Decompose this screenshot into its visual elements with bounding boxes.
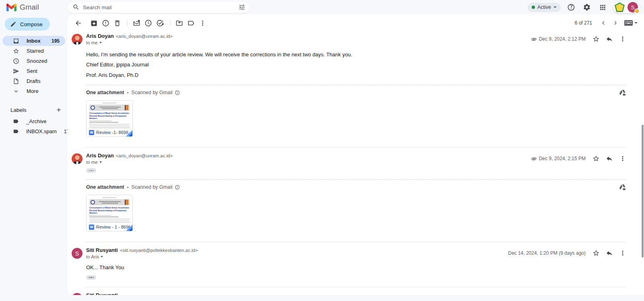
attachment-filename: Review -1- 8696 - ... [96, 130, 130, 135]
sidebar-item-sent[interactable]: Sent [2, 66, 65, 76]
sidebar-item-drafts[interactable]: Drafts [2, 76, 65, 86]
organization-logo[interactable] [615, 2, 625, 12]
attachment-card[interactable]: Consumption of Black Honey Accelerates P… [86, 195, 133, 231]
recipient-dropdown[interactable]: to Aris [86, 254, 506, 259]
recipient-label: to me [86, 160, 98, 165]
star-button[interactable] [591, 153, 601, 164]
google-apps-button[interactable] [597, 2, 608, 12]
sidebar-item-more[interactable]: More [2, 86, 65, 96]
snooze-button[interactable] [143, 18, 154, 29]
compose-button[interactable]: Compose [5, 18, 50, 31]
gmail-brand[interactable]: Gmail [0, 3, 68, 12]
sender-avatar[interactable]: S [72, 293, 83, 295]
sidebar-item-inbox[interactable]: Inbox 195 [2, 36, 65, 46]
attachment-filename: Review - 1 - 8696... [96, 225, 130, 229]
message-header[interactable]: Aris Doyan <aris_doyan@unram.ac.id> to m… [68, 28, 644, 45]
message-header[interactable]: Aris Doyan <aris_doyan@unram.ac.id> to m… [68, 148, 644, 165]
more-button[interactable] [617, 248, 628, 258]
report-spam-button[interactable] [100, 18, 111, 29]
email-message-2: Aris Doyan <aris_doyan@unram.ac.id> to m… [68, 148, 644, 231]
chevron-down-icon [634, 22, 638, 24]
sender-avatar[interactable]: S [72, 248, 83, 259]
reply-button[interactable] [604, 293, 615, 295]
sidebar-label-inbox-spam[interactable]: INBOX.spam 17 [2, 126, 65, 136]
scrollbar-thumb[interactable] [642, 125, 644, 258]
show-trimmed-content-button[interactable] [86, 275, 96, 280]
reply-button[interactable] [604, 153, 615, 164]
sender-avatar[interactable] [72, 34, 83, 45]
journal-logo [91, 200, 95, 204]
add-all-to-drive-button[interactable] [619, 89, 626, 96]
attachment-card[interactable]: Consumption of Black Honey Accelerates P… [86, 100, 133, 137]
mark-unread-button[interactable] [131, 18, 142, 29]
sender-avatar[interactable] [72, 153, 83, 164]
reply-button[interactable] [604, 248, 615, 258]
bullet-separator: • [127, 185, 128, 190]
settings-button[interactable] [582, 2, 592, 12]
reply-button[interactable] [604, 34, 615, 44]
add-all-to-drive-button[interactable] [619, 183, 626, 191]
sidebar-label-archive[interactable]: _Archive [2, 116, 65, 126]
recipient-dropdown[interactable]: to me [86, 40, 531, 45]
message-date: Dec 14, 2024, 1:20 PM (9 days ago) [508, 250, 586, 256]
sidebar-item-label: More [27, 88, 39, 94]
back-button[interactable] [73, 18, 84, 29]
message-header[interactable]: S Siti Rusyanti to Aris 11:25 PM (0 minu… [68, 287, 644, 295]
input-tools-selector[interactable] [624, 20, 638, 26]
star-button[interactable] [591, 248, 601, 258]
add-to-tasks-button[interactable] [155, 18, 165, 29]
attachment-section: One attachment • Scanned by Gmail Consum… [86, 85, 626, 137]
message-date: Dec 9, 2024, 2:15 PM [539, 156, 586, 161]
help-button[interactable] [566, 2, 576, 12]
star-button[interactable] [591, 34, 601, 44]
older-conversation-button[interactable] [611, 18, 620, 28]
corner-fold-inner [129, 133, 132, 136]
star-button[interactable] [591, 293, 601, 295]
more-button[interactable] [617, 34, 628, 44]
attachment-filename-bar: W Review - 1 - 8696... [87, 223, 132, 231]
message-date: Dec 9, 2024, 2:12 PM [539, 36, 586, 42]
journal-logo [91, 105, 95, 110]
sidebar-item-label: Starred [27, 48, 44, 54]
sidebar-nav: Inbox 195 Starred Snoozed Sent Drafts Mo… [0, 36, 68, 96]
search-options-icon[interactable] [238, 4, 246, 11]
search-bar[interactable] [68, 2, 250, 13]
profile-avatar[interactable]: S ! [627, 2, 638, 12]
toolbar-divider [170, 20, 170, 26]
chevron-down-icon [99, 161, 102, 163]
sidebar-item-starred[interactable]: Starred [2, 46, 65, 56]
document-title: Consumption of Black Honey Accelerates P… [89, 112, 130, 120]
thread-toolbar: 6 of 271 [68, 14, 644, 28]
newer-conversation-button[interactable] [599, 18, 608, 28]
sender-name: Aris Doyan [86, 33, 114, 39]
search-input[interactable] [83, 4, 235, 10]
pagination-count: 6 of 271 [575, 20, 592, 26]
bullet-separator: • [127, 90, 128, 95]
sender-info: Siti Rusyanti to Aris [86, 292, 522, 295]
recipient-dropdown[interactable]: to me [86, 160, 531, 165]
sender-email: <aris_doyan@unram.ac.id> [116, 153, 173, 158]
paperclip-icon [531, 156, 537, 162]
show-trimmed-content-button[interactable] [86, 168, 96, 173]
move-to-button[interactable] [174, 18, 185, 29]
info-icon[interactable] [175, 90, 180, 95]
create-label-button[interactable] [56, 107, 62, 113]
scanned-label: Scanned by Gmail [131, 90, 172, 95]
gmail-logo-icon [6, 4, 17, 11]
email-message-3: S Siti Rusyanti <siti.rusyanti@poltekkes… [68, 242, 644, 279]
info-icon[interactable] [175, 185, 180, 190]
archive-button[interactable] [89, 18, 99, 29]
paperclip-icon [531, 36, 537, 42]
delete-button[interactable] [112, 18, 123, 29]
chat-status-selector[interactable]: Active [528, 3, 561, 12]
avatar-initial: S [631, 4, 635, 10]
more-options-button[interactable] [197, 18, 208, 29]
more-button[interactable] [617, 153, 628, 164]
labels-button[interactable] [186, 18, 196, 29]
sidebar-item-snoozed[interactable]: Snoozed [2, 56, 65, 66]
recipient-label: to Aris [86, 254, 99, 259]
organization-logo-inner [616, 4, 623, 11]
more-button[interactable] [617, 293, 628, 295]
message-header[interactable]: S Siti Rusyanti <siti.rusyanti@poltekkes… [68, 242, 644, 259]
search-icon[interactable] [72, 4, 80, 11]
